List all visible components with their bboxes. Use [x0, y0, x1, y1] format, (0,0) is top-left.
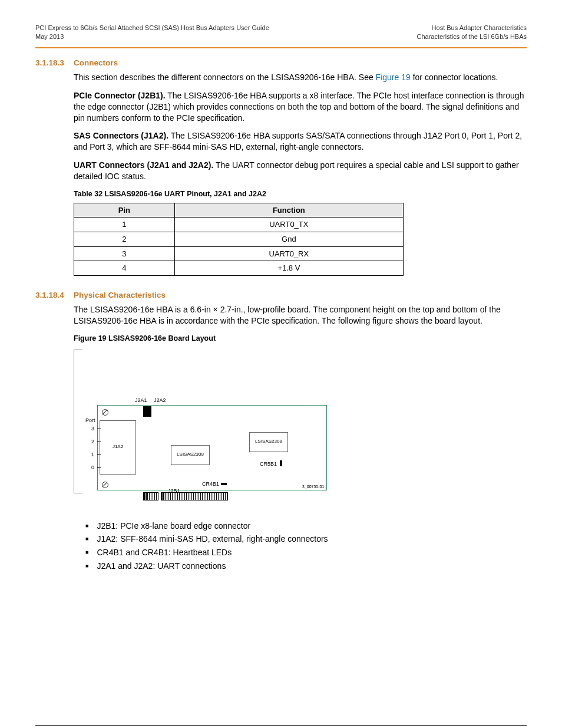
- mounting-bracket: [74, 350, 82, 493]
- chip-lsisas2308-left: LSISAS2308: [171, 445, 210, 465]
- table-row: 2Gnd: [74, 232, 404, 247]
- table-row: 3UART0_RX: [74, 246, 404, 261]
- section-title: Physical Characteristics: [74, 290, 166, 301]
- led-icon: [280, 460, 282, 466]
- figure-link[interactable]: Figure 19: [376, 73, 411, 82]
- header-doc-title: PCI Express to 6Gb/s Serial Attached SCS…: [35, 24, 269, 32]
- label-j2a1: J2A1: [135, 397, 147, 404]
- page-header: PCI Express to 6Gb/s Serial Attached SCS…: [35, 24, 527, 41]
- th-function: Function: [174, 203, 403, 218]
- page-footer: LSI Corporation - 35 -: [35, 725, 527, 728]
- header-rule: [35, 47, 527, 48]
- table-row: 4+1.8 V: [74, 261, 404, 276]
- chip-lsisas2308-right: LSISAS2308: [249, 432, 288, 452]
- label-port2: 2: [91, 438, 94, 445]
- section-title: Connectors: [74, 58, 118, 68]
- led-icon: [221, 483, 227, 485]
- section-number: 3.1.18.4: [35, 290, 74, 301]
- sas-paragraph: SAS Connectors (J1A2). The LSISAS9206-16…: [74, 130, 527, 153]
- pcie-head: PCIe Connector (J2B1).: [74, 91, 166, 100]
- uart-connector-icon: [143, 406, 151, 417]
- uart-head: UART Connectors (J2A1 and J2A2).: [74, 160, 213, 170]
- screw-icon: [102, 482, 108, 488]
- j1a2-connector: J1A2: [100, 420, 136, 475]
- board-layout-diagram: J2A1 J2A2 Port 3 2 1 0 J1A2 LSISAS2308 L…: [74, 350, 333, 503]
- list-item: J2B1: PCIe x8-lane board edge connector: [85, 521, 527, 532]
- th-pin: Pin: [74, 203, 175, 218]
- edge-connector-icon: [143, 492, 158, 500]
- list-item: J1A2: SFF-8644 mini-SAS HD, external, ri…: [85, 533, 527, 545]
- label-cr4b1: CR4B1: [202, 480, 219, 487]
- edge-connector-icon: [161, 492, 228, 500]
- table-row: 1UART0_TX: [74, 218, 404, 232]
- sas-head: SAS Connectors (J1A2).: [74, 131, 168, 140]
- header-chapter: Host Bus Adapter Characteristics: [417, 24, 527, 32]
- section-heading-connectors: 3.1.18.3 Connectors: [35, 58, 527, 68]
- section-heading-physical: 3.1.18.4 Physical Characteristics: [35, 290, 527, 301]
- label-port0: 0: [91, 464, 94, 471]
- physical-body: The LSISAS9206-16e HBA is a 6.6-in × 2.7…: [74, 304, 527, 327]
- uart-pinout-table: Pin Function 1UART0_TX 2Gnd 3UART0_RX 4+…: [74, 203, 404, 276]
- table-caption: Table 32 LSISAS9206-16e UART Pinout, J2A…: [74, 189, 527, 199]
- pcie-paragraph: PCIe Connector (J2B1). The LSISAS9206-16…: [74, 90, 527, 124]
- label-cr5b1: CR5B1: [260, 460, 277, 467]
- label-port: Port: [85, 417, 95, 424]
- label-j2a2: J2A2: [154, 397, 166, 404]
- label-port3: 3: [91, 425, 94, 432]
- screw-icon: [102, 409, 108, 416]
- label-port1: 1: [91, 451, 94, 458]
- diagram-partno: 3_00755-01: [302, 484, 324, 489]
- header-date: May 2013: [35, 32, 269, 41]
- header-subchapter: Characteristics of the LSI 6Gb/s HBAs: [417, 32, 527, 41]
- uart-paragraph: UART Connectors (J2A1 and J2A2). The UAR…: [74, 160, 527, 182]
- section-number: 3.1.18.3: [35, 58, 74, 68]
- figure-caption: Figure 19 LSISAS9206-16e Board Layout: [74, 334, 527, 344]
- list-item: CR4B1 and CR4B1: Heartbeat LEDs: [85, 547, 527, 558]
- list-item: J2A1 and J2A2: UART connections: [85, 561, 527, 572]
- connectors-intro: This section describes the different con…: [74, 72, 527, 83]
- legend-list: J2B1: PCIe x8-lane board edge connector …: [74, 521, 527, 572]
